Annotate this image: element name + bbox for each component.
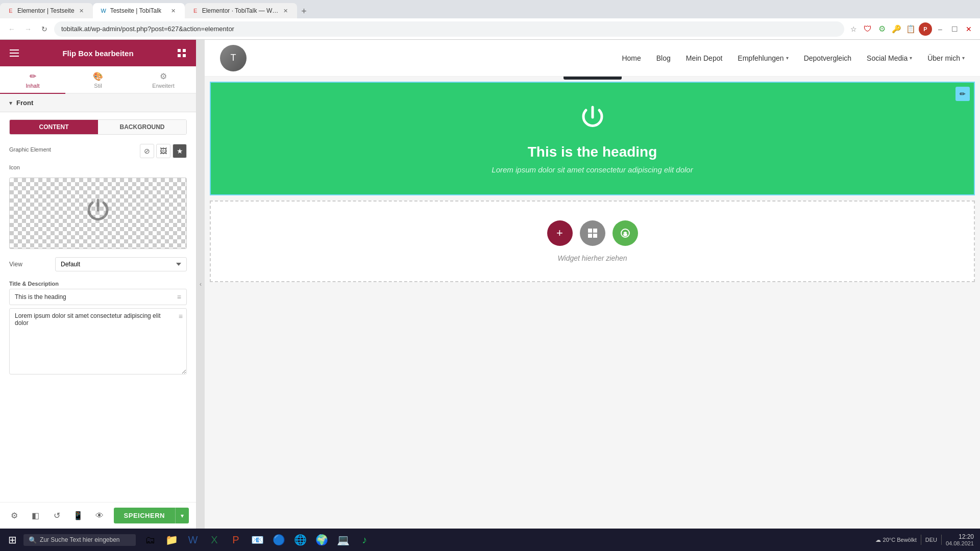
back-button[interactable]: ← — [5, 22, 18, 36]
divider-2 — [941, 535, 942, 545]
taskbar-app-app9[interactable]: 💻 — [333, 530, 353, 550]
nav-mein-depot[interactable]: Mein Depot — [686, 54, 723, 62]
excel-icon: X — [211, 534, 217, 546]
weather-text: 20°C Bewölkt — [883, 537, 917, 543]
tab-elementor-tobitalk[interactable]: E Elementor · TobiTalk — WordPre... ✕ — [185, 3, 297, 18]
minimize-button[interactable]: – — [934, 23, 946, 35]
nav-home[interactable]: Home — [622, 54, 641, 62]
section-front-header[interactable]: ▾ Front — [0, 94, 196, 112]
tab-stil[interactable]: 🎨 Stil — [65, 66, 131, 94]
profile-button[interactable]: P — [919, 22, 932, 36]
add-widget-button[interactable] — [612, 220, 638, 246]
extension-icon-4[interactable]: 📋 — [904, 23, 917, 35]
hamburger-menu-icon[interactable] — [7, 46, 21, 60]
taskbar-search-text: Zur Suche Text hier eingeben — [40, 536, 120, 543]
taskbar-search[interactable]: 🔍 Zur Suche Text hier eingeben — [23, 534, 136, 546]
maximize-button[interactable]: ☐ — [948, 23, 961, 35]
nav-blog[interactable]: Blog — [656, 54, 671, 62]
nav-social-media[interactable]: Social Media ▾ — [867, 54, 912, 62]
nav-empfehlungen[interactable]: Empfehlungen ▾ — [738, 54, 788, 62]
toolbar-copy-btn[interactable]: ⎘ — [593, 77, 605, 78]
extension-icon-3[interactable]: 🔑 — [890, 23, 902, 35]
flip-box-section[interactable]: This is the heading Lorem ipsum dolor si… — [210, 82, 975, 195]
bookmark-star-icon[interactable]: ☆ — [847, 23, 860, 35]
toolbar-grid-btn[interactable]: ⠿ — [580, 77, 592, 78]
tab-close-2[interactable]: ✕ — [169, 7, 178, 15]
new-tab-button[interactable]: + — [297, 4, 311, 18]
grid-menu-icon[interactable] — [175, 46, 189, 60]
empty-widget-area[interactable]: + — [210, 201, 975, 282]
description-textarea[interactable]: Lorem ipsum dolor sit amet consectetur a… — [9, 308, 187, 374]
tab-elementor-testseite[interactable]: E Elementor | Testseite ✕ — [0, 3, 93, 18]
taskbar-app-explorer[interactable]: 📁 — [161, 530, 182, 550]
nav-ueber-mich[interactable]: Über mich ▾ — [927, 54, 965, 62]
extension-icon-1[interactable]: 🛡 — [862, 23, 874, 35]
panel-collapse-handle[interactable]: ‹ — [197, 40, 205, 529]
add-section-button[interactable]: + — [547, 220, 573, 246]
forward-button[interactable]: → — [21, 22, 35, 36]
background-tab[interactable]: BACKGROUND — [98, 120, 186, 134]
nav-depotvergleich[interactable]: Depotvergleich — [804, 54, 851, 62]
graphic-none-btn[interactable]: ⊘ — [140, 144, 154, 158]
taskbar-app-powerpoint[interactable]: P — [226, 530, 246, 550]
weather-icon: ☁ — [875, 537, 881, 543]
eye-icon[interactable]: 👁 — [92, 509, 107, 523]
content-tab[interactable]: CONTENT — [10, 120, 98, 134]
inhalt-icon: ✏ — [30, 71, 36, 81]
svg-rect-3 — [178, 49, 181, 52]
graphic-element-row: Graphic Element ⊘ 🖼 ★ — [9, 144, 187, 158]
taskbar-app-files[interactable]: 🗂 — [140, 530, 160, 550]
erweitert-label: Erweitert — [152, 83, 174, 89]
responsive-icon[interactable]: 📱 — [71, 509, 85, 523]
tab-close-1[interactable]: ✕ — [78, 7, 86, 15]
taskbar-app-app6[interactable]: 🔵 — [268, 530, 289, 550]
graphic-icon-btn[interactable]: ★ — [173, 144, 187, 158]
tab-close-3[interactable]: ✕ — [282, 7, 290, 15]
history-icon[interactable]: ↺ — [50, 509, 64, 523]
settings-icon[interactable]: ⚙ — [7, 509, 21, 523]
structure-icon[interactable]: ◧ — [29, 509, 43, 523]
start-button[interactable]: ⊞ — [2, 530, 22, 550]
ppt-icon: P — [232, 534, 239, 546]
toolbar-delete-btn[interactable]: ✕ — [606, 77, 619, 78]
taskbar-app-excel[interactable]: X — [204, 530, 225, 550]
tab-testseite-tobitalk[interactable]: W Testseite | TobiTalk ✕ — [93, 3, 185, 18]
svg-rect-6 — [183, 54, 186, 57]
svg-rect-4 — [183, 49, 186, 52]
svg-point-12 — [623, 233, 627, 236]
url-input[interactable] — [54, 21, 844, 37]
svg-rect-10 — [593, 234, 597, 238]
save-dropdown-button[interactable]: ▾ — [175, 508, 189, 523]
taskbar-clock: 12:20 04.08.2021 — [946, 533, 974, 546]
tab-title-3: Elementor · TobiTalk — WordPre... — [202, 7, 279, 14]
tab-favicon-3: E — [192, 7, 199, 14]
tab-inhalt[interactable]: ✏ Inhalt — [0, 66, 65, 94]
description-wrap: Lorem ipsum dolor sit amet consectetur a… — [9, 308, 187, 377]
taskbar-app-word[interactable]: W — [183, 530, 203, 550]
taskbar-app-music[interactable]: ♪ — [354, 530, 375, 550]
svg-rect-7 — [588, 229, 592, 233]
taskbar-app-app5[interactable]: 📧 — [247, 530, 267, 550]
add-template-button[interactable] — [580, 220, 605, 246]
taskbar-app-chrome[interactable]: 🌍 — [311, 530, 332, 550]
tab-erweitert[interactable]: ⚙ Erweitert — [131, 66, 196, 94]
taskbar-search-icon: 🔍 — [29, 536, 37, 544]
extension-icon-2[interactable]: ⚙ — [876, 23, 888, 35]
view-select[interactable]: Default Stacked Framed — [55, 257, 187, 271]
graphic-image-btn[interactable]: 🖼 — [156, 144, 170, 158]
close-button[interactable]: ✕ — [963, 23, 975, 35]
title-input[interactable] — [15, 293, 177, 300]
reload-button[interactable]: ↻ — [38, 22, 51, 36]
icon-label-wrap: Icon — [0, 162, 196, 173]
icon-preview-box[interactable] — [9, 178, 187, 249]
flip-box-power-icon — [577, 103, 608, 138]
app9-icon: 💻 — [337, 534, 350, 546]
taskbar-app-app7[interactable]: 🌐 — [290, 530, 310, 550]
tab-favicon-2: W — [100, 7, 107, 14]
toolbar-add-btn[interactable]: + — [567, 77, 579, 78]
chevron-down-icon: ▾ — [9, 99, 12, 107]
edit-widget-button[interactable]: ✏ — [955, 87, 970, 101]
save-button[interactable]: SPEICHERN — [114, 508, 175, 523]
weather-section: ☁ 20°C Bewölkt — [875, 537, 917, 543]
panel-footer: ⚙ ◧ ↺ 📱 👁 SPEICHERN ▾ — [0, 502, 196, 529]
